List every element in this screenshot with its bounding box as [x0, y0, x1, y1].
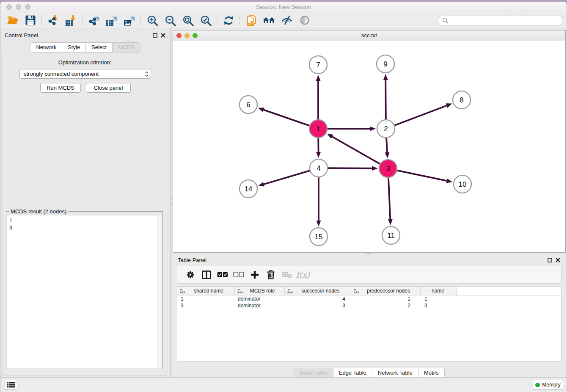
table-cell[interactable]: 1	[421, 296, 457, 302]
table-cell[interactable]: dominator	[235, 296, 285, 302]
graph-node-15[interactable]: 15	[310, 228, 328, 246]
svg-text:15: 15	[315, 233, 323, 241]
control-panel-float-icon[interactable]	[153, 33, 157, 38]
split-panel-button[interactable]	[198, 268, 215, 282]
zoom-selected-button[interactable]	[197, 13, 215, 28]
tab-mcds[interactable]: MCDS	[113, 43, 140, 52]
import-table-button[interactable]	[62, 13, 80, 28]
export-image-button[interactable]	[121, 13, 138, 28]
graph-edge-2-8[interactable]	[394, 103, 452, 125]
table-row[interactable]: 3dominator323	[177, 302, 561, 309]
toolbar-separator	[140, 14, 141, 27]
run-mcds-button[interactable]: Run MCDS	[40, 83, 81, 93]
table-settings-button[interactable]	[182, 268, 198, 282]
table-tab-network-table[interactable]: Network Table	[372, 368, 418, 378]
table-cell[interactable]: 2	[351, 303, 421, 309]
import-network-button[interactable]	[44, 13, 62, 28]
save-session-icon	[25, 15, 36, 26]
result-scrollbar[interactable]	[157, 215, 162, 368]
column-header-predecessor-nodes[interactable]: predecessor nodes	[351, 287, 421, 295]
control-panel-close-icon[interactable]	[161, 33, 165, 38]
memory-button[interactable]: Memory	[533, 380, 563, 390]
table-tab-node-table[interactable]: Node Table	[294, 368, 333, 378]
graph-node-10[interactable]: 10	[454, 175, 471, 193]
graph-edge-1-4[interactable]	[316, 138, 321, 158]
table-cell[interactable]: 4	[285, 296, 351, 302]
graph-node-6[interactable]: 6	[239, 96, 257, 113]
graph-edge-1-2[interactable]	[327, 127, 376, 131]
table-panel-close-icon[interactable]	[556, 258, 560, 262]
show-details-button[interactable]	[296, 13, 314, 28]
column-header-label: successor nodes	[294, 288, 351, 294]
graph-node-11[interactable]: 11	[382, 226, 400, 244]
close-panel-button[interactable]: Close panel	[86, 83, 131, 93]
export-table-button[interactable]	[103, 13, 121, 28]
network-canvas[interactable]: 1234678910111415	[173, 41, 565, 252]
delete-row-icon	[266, 270, 275, 280]
export-network-button[interactable]	[85, 13, 103, 28]
criterion-select[interactable]: strongly connected component	[19, 69, 151, 79]
search-input[interactable]	[451, 17, 562, 24]
zoom-out-button[interactable]	[161, 13, 179, 28]
graph-edge-3-1[interactable]	[327, 134, 380, 164]
graph-edge-4-15[interactable]	[317, 177, 321, 226]
task-history-button[interactable]	[5, 380, 17, 390]
open-session-button[interactable]	[4, 13, 22, 28]
mcds-result-text[interactable]: 1 3	[7, 215, 162, 368]
table-panel-float-icon[interactable]	[548, 258, 552, 262]
save-session-button[interactable]	[22, 13, 39, 28]
graph-node-7[interactable]: 7	[309, 56, 327, 74]
cybrowser-button[interactable]	[260, 13, 278, 28]
graph-node-4[interactable]: 4	[310, 159, 328, 177]
graph-node-9[interactable]: 9	[377, 55, 394, 73]
mcds-panel: Optimization criterion: strongly connect…	[3, 53, 167, 375]
column-header-label: name	[423, 288, 456, 294]
graph-node-2[interactable]: 2	[377, 120, 395, 138]
network-from-selection-button[interactable]	[242, 13, 260, 28]
table-row[interactable]: 1dominator411	[177, 295, 561, 302]
graph-edge-3-11[interactable]	[388, 177, 393, 225]
column-header-name[interactable]: name	[421, 287, 457, 295]
table-tab-edge-table[interactable]: Edge Table	[333, 368, 372, 378]
graph-edge-4-3[interactable]	[328, 166, 378, 171]
mcds-result-lines: 1 3	[7, 215, 162, 231]
delete-row-button[interactable]	[263, 268, 279, 282]
graph-node-3[interactable]: 3	[379, 160, 397, 177]
hide-panels-button[interactable]	[278, 13, 296, 28]
deselect-all-button[interactable]	[231, 268, 247, 282]
svg-text:11: 11	[387, 232, 395, 240]
network-window: × − + scc.txt 1234678910111415	[173, 30, 566, 253]
tab-select[interactable]: Select	[86, 43, 113, 52]
graph-edge-1-7[interactable]	[316, 75, 321, 120]
column-header-label: predecessor nodes	[360, 288, 420, 294]
zoom-in-button[interactable]	[143, 13, 161, 28]
graph-node-14[interactable]: 14	[239, 180, 257, 198]
column-header-MCDS-role[interactable]: MCDS role	[235, 287, 285, 295]
graph-node-1[interactable]: 1	[309, 120, 327, 138]
table-cell[interactable]: dominator	[235, 303, 285, 309]
tab-style[interactable]: Style	[62, 43, 86, 52]
svg-text:7: 7	[316, 61, 320, 69]
network-window-titlebar[interactable]: × − + scc.txt	[173, 30, 565, 41]
svg-text:2: 2	[384, 125, 388, 133]
column-header-successor-nodes[interactable]: successor nodes	[285, 287, 351, 295]
graph-edge-4-14[interactable]	[258, 171, 310, 187]
apply-layout-button[interactable]	[220, 13, 237, 28]
table-cell[interactable]: 1	[351, 296, 421, 302]
table-cell[interactable]: 1	[177, 296, 235, 302]
graph-edge-1-6[interactable]	[258, 108, 310, 126]
graph-edge-2-9[interactable]	[383, 74, 388, 120]
select-all-button[interactable]	[215, 268, 231, 282]
graph-edge-3-10[interactable]	[397, 170, 453, 183]
add-row-button[interactable]	[247, 268, 263, 282]
graph-node-8[interactable]: 8	[453, 91, 471, 109]
fit-content-button[interactable]	[179, 13, 197, 28]
column-header-shared-name[interactable]: shared name	[177, 287, 235, 295]
table-cell[interactable]: 3	[421, 303, 457, 309]
table-cell[interactable]: 3	[285, 303, 351, 309]
graph-edge-2-3[interactable]	[385, 138, 389, 158]
tab-network[interactable]: Network	[30, 43, 62, 52]
table-cell[interactable]: 3	[177, 303, 235, 309]
table-tab-motifs[interactable]: Motifs	[418, 368, 444, 378]
search-box[interactable]	[439, 16, 562, 25]
